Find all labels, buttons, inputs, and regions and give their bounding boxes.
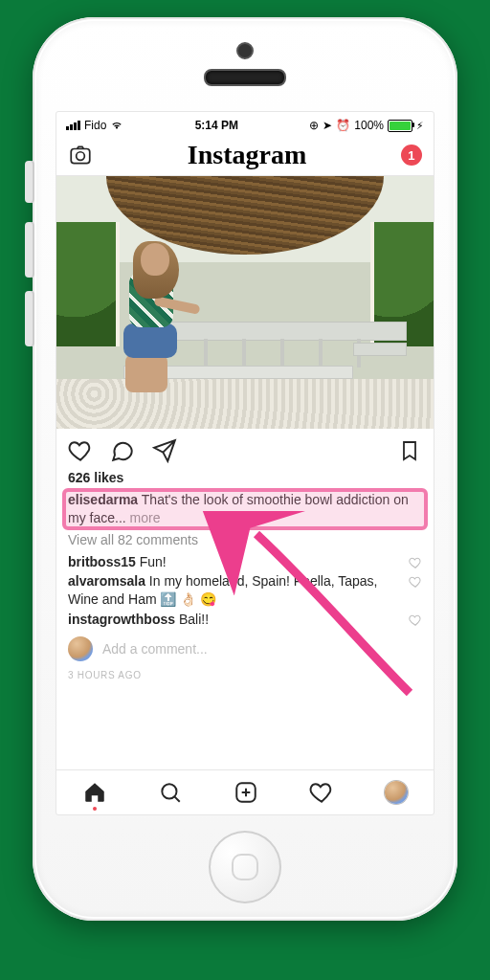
location-icon: ➤ (323, 119, 332, 132)
tab-bar (56, 769, 434, 814)
comment-username[interactable]: britboss15 (68, 554, 136, 569)
gps-icon: ⊕ (309, 119, 319, 132)
wifi-icon (110, 121, 123, 130)
svg-point-1 (77, 152, 85, 161)
status-bar: Fido 5:14 PM ⊕ ➤ ⏰ 100% ⚡︎ (56, 112, 434, 135)
caption[interactable]: elisedarma That's the look of smoothie b… (68, 491, 422, 527)
comment-username[interactable]: alvaromsala (68, 573, 145, 589)
clock: 5:14 PM (195, 119, 238, 132)
tab-new-post[interactable] (234, 780, 258, 805)
screen: Fido 5:14 PM ⊕ ➤ ⏰ 100% ⚡︎ Instagr (56, 111, 434, 815)
feed: 626 likes elisedarma That's the look of … (56, 176, 434, 769)
charging-icon: ⚡︎ (416, 120, 424, 132)
post-image[interactable] (56, 176, 434, 429)
battery-pct: 100% (354, 119, 384, 132)
add-comment[interactable]: Add a comment... (68, 636, 422, 661)
camera-icon[interactable] (68, 143, 93, 167)
front-camera (236, 42, 254, 59)
tab-search[interactable] (158, 780, 183, 805)
post-actions (56, 429, 434, 467)
carrier-label: Fido (84, 119, 106, 132)
like-count[interactable]: 626 likes (68, 469, 422, 487)
comment-row[interactable]: instagrowthboss Bali!! (68, 611, 422, 629)
comment-text: Fun! (136, 554, 167, 569)
svg-rect-0 (71, 149, 90, 164)
app-title: Instagram (188, 140, 306, 170)
tab-profile[interactable] (385, 781, 408, 804)
timestamp: 3 HOURS AGO (68, 669, 422, 682)
notification-dot (93, 807, 97, 811)
tab-home[interactable] (82, 780, 107, 805)
avatar (68, 636, 93, 661)
volume-up-button (25, 222, 34, 278)
signal-icon (66, 121, 80, 130)
comment-icon[interactable] (110, 438, 135, 463)
view-all-comments[interactable]: View all 82 comments (68, 531, 422, 549)
app-header: Instagram 1 (56, 135, 434, 176)
phone-frame: Fido 5:14 PM ⊕ ➤ ⏰ 100% ⚡︎ Instagr (33, 17, 457, 921)
home-button[interactable] (209, 831, 281, 903)
mute-switch (25, 161, 34, 203)
comment-row[interactable]: alvaromsala In my homeland, Spain! Paell… (68, 572, 422, 609)
save-icon[interactable] (397, 438, 422, 463)
battery-icon (388, 120, 412, 132)
more-link[interactable]: more (130, 510, 161, 525)
share-icon[interactable] (152, 438, 177, 463)
comment-username[interactable]: instagrowthboss (68, 612, 175, 627)
add-comment-placeholder: Add a comment... (102, 640, 208, 658)
alarm-icon: ⏰ (336, 119, 350, 132)
like-comment-icon[interactable] (409, 575, 422, 593)
like-icon[interactable] (68, 438, 93, 463)
like-comment-icon[interactable] (409, 556, 422, 574)
like-comment-icon[interactable] (409, 613, 422, 632)
comment-row[interactable]: britboss15 Fun! (68, 553, 422, 571)
caption-username[interactable]: elisedarma (68, 492, 138, 507)
direct-badge[interactable]: 1 (401, 145, 422, 166)
svg-point-2 (162, 784, 176, 798)
volume-down-button (25, 291, 34, 346)
comment-text: Bali!! (175, 612, 209, 627)
tab-activity[interactable] (309, 780, 334, 805)
speaker (204, 69, 286, 86)
